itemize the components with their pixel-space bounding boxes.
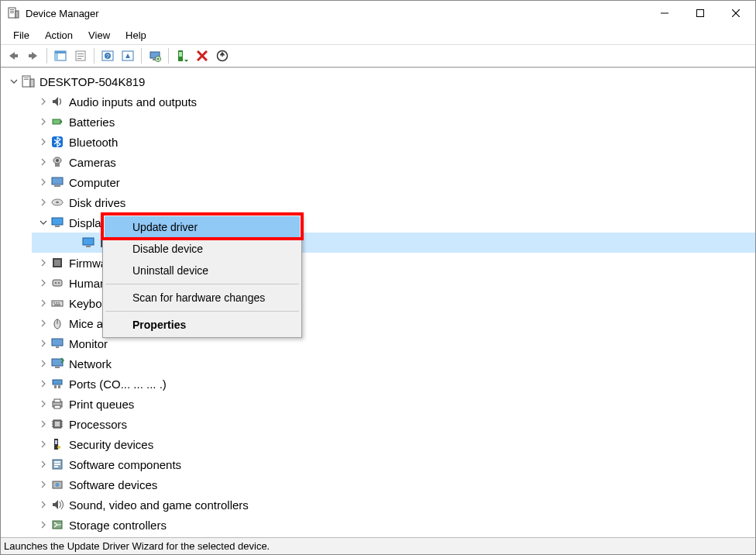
category-node[interactable]: System devices [16,535,755,537]
svg-rect-10 [29,54,33,57]
category-node[interactable]: Print queues [16,394,755,414]
chevron-right-icon[interactable] [38,278,49,288]
device-tree[interactable]: DESKTOP-504K819 Audio inputs and outputs… [1,67,755,537]
svg-rect-4 [15,11,19,18]
ctx-disable-device[interactable]: Disable device [105,238,300,260]
chevron-down-icon[interactable] [9,76,19,87]
category-node[interactable]: Cameras [16,152,755,172]
properties-button-2[interactable] [71,47,90,65]
chevron-right-icon[interactable] [38,419,49,429]
ctx-uninstall-device[interactable]: Uninstall device [105,260,300,281]
svg-rect-26 [179,52,182,57]
update-driver-button[interactable] [173,47,191,65]
svg-rect-56 [58,302,60,304]
svg-rect-33 [30,79,34,87]
category-node[interactable]: Software devices [16,474,755,495]
chevron-right-icon[interactable] [38,157,49,167]
category-node[interactable]: Computer [16,172,755,192]
minimize-button[interactable] [647,1,682,26]
chevron-right-icon[interactable] [38,479,49,490]
svg-point-52 [58,282,60,284]
uninstall-device-button[interactable] [193,47,211,65]
toolbar-separator [94,48,94,64]
category-label: Print queues [69,398,134,411]
ctx-properties[interactable]: Properties [105,314,300,336]
chevron-right-icon[interactable] [38,298,49,309]
chevron-right-icon[interactable] [38,136,49,147]
security-icon [50,437,64,451]
chevron-right-icon[interactable] [38,177,49,188]
help-button[interactable]: ? [98,47,117,65]
keyboard-icon [50,296,64,310]
svg-rect-6 [697,10,704,17]
chevron-right-icon[interactable] [38,96,49,107]
menu-action[interactable]: Action [37,28,81,43]
menu-view[interactable]: View [81,28,118,43]
svg-rect-55 [56,302,57,304]
svg-rect-35 [60,121,62,123]
chevron-right-icon[interactable] [38,519,49,530]
chevron-right-icon[interactable] [38,197,49,208]
category-label: Ports (CO... ... ... .) [69,377,167,391]
status-text: Launches the Update Driver Wizard for th… [4,540,270,552]
back-button[interactable] [4,47,22,65]
chevron-right-icon[interactable] [38,378,49,389]
computer-icon [21,74,35,88]
chevron-down-icon[interactable] [38,217,49,228]
statusbar: Launches the Update Driver Wizard for th… [1,537,755,554]
root-node[interactable]: DESKTOP-504K819 [1,71,755,91]
svg-point-86 [56,483,60,487]
svg-rect-46 [83,238,94,245]
category-label: Bluetooth [69,136,118,149]
chevron-right-icon[interactable] [38,439,49,450]
display-icon [50,215,64,229]
add-legacy-button[interactable] [213,47,232,65]
category-node[interactable]: Software components [16,454,755,474]
swcomp-icon [50,457,64,471]
category-node[interactable]: Network [16,353,755,374]
ctx-update-driver[interactable]: Update driver [105,216,300,238]
menu-file[interactable]: File [5,28,37,43]
chevron-right-icon[interactable] [38,257,49,268]
svg-rect-32 [24,79,29,80]
menu-help[interactable]: Help [118,28,154,43]
maximize-button[interactable] [682,1,718,26]
chevron-right-icon[interactable] [38,116,49,127]
category-label: Monitor [69,337,108,350]
chevron-right-icon[interactable] [38,358,49,369]
svg-rect-83 [54,464,60,465]
category-node[interactable]: Bluetooth [16,132,755,152]
close-button[interactable] [718,1,754,26]
scan-hardware-button[interactable] [146,47,164,65]
svg-rect-79 [55,440,57,444]
category-label: Batteries [69,115,115,129]
category-label: Software devices [69,478,157,491]
chevron-right-icon[interactable] [38,398,49,409]
svg-rect-45 [55,226,60,227]
ctx-scan-hardware[interactable]: Scan for hardware changes [105,287,300,309]
chevron-right-icon[interactable] [38,499,49,510]
svg-rect-31 [24,78,29,78]
chevron-right-icon[interactable] [38,338,49,349]
forward-button[interactable] [24,47,43,65]
svg-point-80 [57,446,60,449]
category-node[interactable]: Batteries [16,112,755,132]
action-button[interactable] [119,47,137,65]
svg-point-38 [56,159,59,162]
category-label: Computer [69,176,120,189]
svg-rect-17 [77,58,81,59]
category-node[interactable]: Ports (CO... ... ... .) [16,374,755,394]
chevron-right-icon[interactable] [38,459,49,470]
category-node[interactable]: Storage controllers [16,515,755,535]
category-node[interactable]: Disk drives [16,192,755,212]
show-hide-tree-button[interactable] [51,47,70,65]
svg-rect-50 [53,280,62,286]
category-label: Cameras [69,156,116,169]
category-node[interactable]: Security devices [16,434,755,454]
category-node[interactable]: Processors [16,414,755,434]
chevron-right-icon[interactable] [38,318,49,329]
svg-rect-60 [52,339,63,346]
category-node[interactable]: Audio inputs and outputs [16,91,755,112]
category-node[interactable]: Sound, video and game controllers [16,495,755,515]
firmware-icon [50,256,64,270]
